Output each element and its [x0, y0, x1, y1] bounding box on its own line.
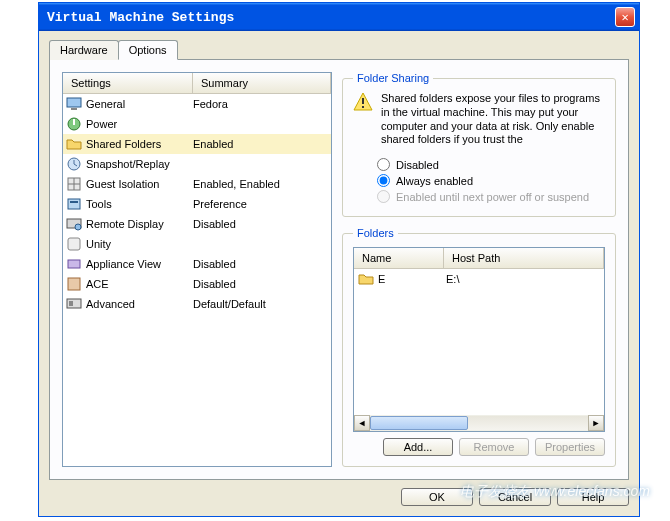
- folders-legend: Folders: [353, 227, 398, 239]
- window-title: Virtual Machine Settings: [47, 10, 615, 25]
- settings-summary: Preference: [193, 198, 328, 210]
- settings-row-appliance-view[interactable]: Appliance ViewDisabled: [63, 254, 331, 274]
- settings-name: Advanced: [86, 298, 193, 310]
- folder-rows: EE:\: [354, 269, 604, 415]
- svg-rect-7: [70, 201, 78, 203]
- settings-list-header: Settings Summary: [63, 73, 331, 94]
- radio-always-label: Always enabled: [396, 175, 473, 187]
- radio-until-off: Enabled until next power off or suspend: [377, 190, 605, 203]
- folder-hostpath: E:\: [446, 273, 600, 285]
- settings-name: General: [86, 98, 193, 110]
- settings-name: Unity: [86, 238, 193, 250]
- unity-icon: [66, 236, 82, 252]
- tab-options[interactable]: Options: [118, 40, 178, 60]
- dialog-button-row: OK Cancel Help: [49, 480, 629, 506]
- right-panel: Folder Sharing Shared folders expose you…: [342, 72, 616, 467]
- svg-rect-15: [362, 98, 364, 104]
- settings-row-shared-folders[interactable]: Shared FoldersEnabled: [63, 134, 331, 154]
- radio-always[interactable]: Always enabled: [377, 174, 605, 187]
- tools-icon: [66, 196, 82, 212]
- radio-until-off-label: Enabled until next power off or suspend: [396, 191, 589, 203]
- ok-button[interactable]: OK: [401, 488, 473, 506]
- tab-panel-options: Settings Summary GeneralFedoraPowerShare…: [49, 59, 629, 480]
- radio-until-off-input: [377, 190, 390, 203]
- settings-row-power[interactable]: Power: [63, 114, 331, 134]
- svg-rect-10: [68, 238, 80, 250]
- snapshot-icon: [66, 156, 82, 172]
- settings-name: Snapshot/Replay: [86, 158, 193, 170]
- settings-summary: Fedora: [193, 98, 328, 110]
- isolation-icon: [66, 176, 82, 192]
- svg-rect-0: [67, 98, 81, 107]
- settings-name: ACE: [86, 278, 193, 290]
- folders-group: Folders Name Host Path EE:\ ◄ ►: [342, 227, 616, 467]
- settings-name: Remote Display: [86, 218, 193, 230]
- settings-name: Tools: [86, 198, 193, 210]
- folder-row[interactable]: EE:\: [354, 269, 604, 289]
- settings-name: Appliance View: [86, 258, 193, 270]
- dialog-body: Hardware Options Settings Summary Genera…: [39, 31, 639, 516]
- svg-rect-12: [68, 278, 80, 290]
- svg-rect-1: [71, 108, 77, 110]
- folder-sharing-legend: Folder Sharing: [353, 72, 433, 84]
- settings-row-general[interactable]: GeneralFedora: [63, 94, 331, 114]
- settings-row-snapshot-replay[interactable]: Snapshot/Replay: [63, 154, 331, 174]
- col-header-hostpath[interactable]: Host Path: [444, 248, 604, 268]
- appliance-icon: [66, 256, 82, 272]
- col-header-summary[interactable]: Summary: [193, 73, 331, 93]
- settings-summary: Enabled, Enabled: [193, 178, 328, 190]
- settings-list[interactable]: Settings Summary GeneralFedoraPowerShare…: [62, 72, 332, 467]
- remove-folder-button: Remove: [459, 438, 529, 456]
- settings-summary: Default/Default: [193, 298, 328, 310]
- radio-disabled-label: Disabled: [396, 159, 439, 171]
- settings-row-advanced[interactable]: AdvancedDefault/Default: [63, 294, 331, 314]
- settings-row-tools[interactable]: ToolsPreference: [63, 194, 331, 214]
- radio-disabled[interactable]: Disabled: [377, 158, 605, 171]
- svg-rect-14: [69, 301, 73, 306]
- ace-icon: [66, 276, 82, 292]
- svg-rect-11: [68, 260, 80, 268]
- col-header-name[interactable]: Name: [354, 248, 444, 268]
- tab-bar: Hardware Options: [49, 40, 629, 60]
- settings-summary: Disabled: [193, 278, 328, 290]
- advanced-icon: [66, 296, 82, 312]
- settings-row-ace[interactable]: ACEDisabled: [63, 274, 331, 294]
- remote-icon: [66, 216, 82, 232]
- folder-properties-button: Properties: [535, 438, 605, 456]
- horizontal-scrollbar[interactable]: ◄ ►: [354, 415, 604, 431]
- scroll-right-arrow[interactable]: ►: [588, 415, 604, 431]
- help-button[interactable]: Help: [557, 488, 629, 506]
- svg-rect-6: [68, 199, 80, 209]
- settings-name: Power: [86, 118, 193, 130]
- cancel-button[interactable]: Cancel: [479, 488, 551, 506]
- titlebar[interactable]: Virtual Machine Settings ✕: [39, 3, 639, 31]
- settings-row-remote-display[interactable]: Remote DisplayDisabled: [63, 214, 331, 234]
- settings-name: Shared Folders: [86, 138, 193, 150]
- close-button[interactable]: ✕: [615, 7, 635, 27]
- folders-list-header: Name Host Path: [354, 248, 604, 269]
- radio-disabled-input[interactable]: [377, 158, 390, 171]
- add-folder-button[interactable]: Add...: [383, 438, 453, 456]
- settings-name: Guest Isolation: [86, 178, 193, 190]
- col-header-settings[interactable]: Settings: [63, 73, 193, 93]
- scroll-thumb[interactable]: [370, 416, 468, 430]
- settings-row-guest-isolation[interactable]: Guest IsolationEnabled, Enabled: [63, 174, 331, 194]
- folder-sharing-group: Folder Sharing Shared folders expose you…: [342, 72, 616, 217]
- settings-summary: Disabled: [193, 258, 328, 270]
- tab-hardware[interactable]: Hardware: [49, 40, 119, 60]
- folders-list[interactable]: Name Host Path EE:\ ◄ ►: [353, 247, 605, 432]
- warning-icon: [353, 92, 373, 112]
- scroll-track[interactable]: [370, 416, 588, 430]
- svg-point-9: [75, 224, 81, 230]
- monitor-icon: [66, 96, 82, 112]
- svg-rect-16: [362, 106, 364, 108]
- settings-rows: GeneralFedoraPowerShared FoldersEnabledS…: [63, 94, 331, 466]
- settings-summary: Disabled: [193, 218, 328, 230]
- folder-icon: [66, 136, 82, 152]
- settings-row-unity[interactable]: Unity: [63, 234, 331, 254]
- settings-summary: Enabled: [193, 138, 328, 150]
- folder-name: E: [378, 273, 446, 285]
- scroll-left-arrow[interactable]: ◄: [354, 415, 370, 431]
- power-icon: [66, 116, 82, 132]
- radio-always-input[interactable]: [377, 174, 390, 187]
